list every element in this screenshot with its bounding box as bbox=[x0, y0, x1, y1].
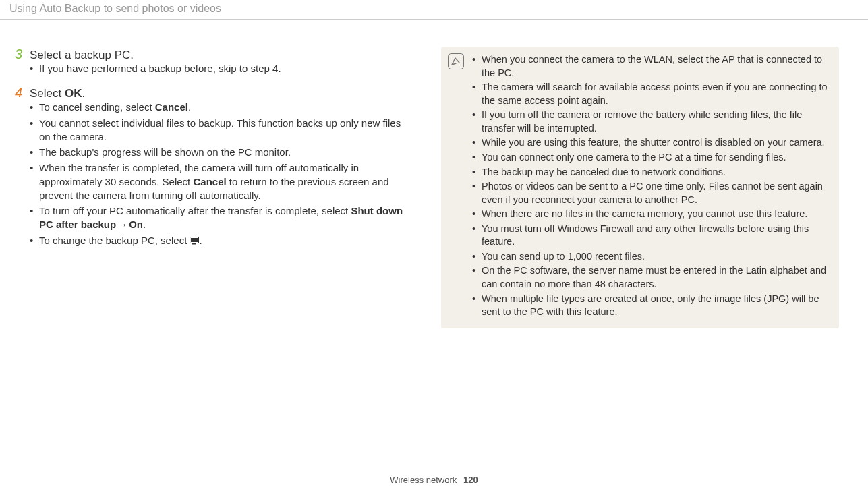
item-bold: Cancel bbox=[193, 176, 226, 187]
footer-section: Wireless network bbox=[390, 475, 457, 485]
note-item: When multiple file types are created at … bbox=[472, 293, 830, 319]
step-4: 4 Select OK. To cancel sending, select C… bbox=[15, 85, 413, 248]
step-3-row: 3 Select a backup PC. bbox=[15, 47, 413, 62]
item-text: If you have performed a backup before, s… bbox=[39, 63, 281, 74]
list-item: You cannot select individual files to ba… bbox=[30, 117, 413, 144]
note-text: You can send up to 1,000 recent files. bbox=[482, 251, 645, 262]
item-post: . bbox=[143, 219, 146, 230]
note-text: The camera will search for available acc… bbox=[482, 82, 828, 106]
step-4-head-pre: Select bbox=[30, 87, 65, 100]
note-box: When you connect the camera to the WLAN,… bbox=[441, 47, 839, 328]
list-item: The backup's progress will be shown on t… bbox=[30, 146, 413, 159]
step-4-head-post: . bbox=[82, 87, 85, 100]
page-footer: Wireless network 120 bbox=[0, 475, 868, 485]
page-header: Using Auto Backup to send photos or vide… bbox=[0, 0, 868, 20]
step-3-list: If you have performed a backup before, s… bbox=[15, 62, 413, 76]
note-text: When there are no files in the camera me… bbox=[482, 208, 807, 219]
step-3-heading: Select a backup PC. bbox=[30, 49, 134, 62]
note-text: Photos or videos can be sent to a PC one… bbox=[482, 181, 823, 205]
note-item: Photos or videos can be sent to a PC one… bbox=[472, 180, 830, 206]
step-4-list: To cancel sending, select Cancel. You ca… bbox=[15, 100, 413, 248]
item-post: . bbox=[199, 235, 202, 246]
item-pre: To change the backup PC, select bbox=[39, 235, 190, 246]
note-item: When you connect the camera to the WLAN,… bbox=[472, 53, 830, 80]
note-list: When you connect the camera to the WLAN,… bbox=[472, 53, 830, 319]
note-text: On the PC software, the server name must… bbox=[482, 265, 826, 289]
note-item: You must turn off Windows Firewall and a… bbox=[472, 223, 830, 249]
note-item: If you turn off the camera or remove the… bbox=[472, 109, 830, 135]
item-text: The backup's progress will be shown on t… bbox=[39, 146, 291, 158]
note-icon bbox=[448, 53, 464, 69]
arrow-icon: → bbox=[116, 218, 129, 231]
note-item: While you are using this feature, the sh… bbox=[472, 136, 830, 150]
item-text: You cannot select individual files to ba… bbox=[39, 117, 401, 142]
right-column: When you connect the camera to the WLAN,… bbox=[441, 47, 839, 328]
note-text: When multiple file types are created at … bbox=[482, 293, 819, 318]
note-text: You must turn off Windows Firewall and a… bbox=[482, 223, 809, 248]
footer-page-number: 120 bbox=[463, 475, 478, 485]
list-item: If you have performed a backup before, s… bbox=[30, 62, 413, 76]
header-title: Using Auto Backup to send photos or vide… bbox=[9, 3, 221, 14]
note-text: While you are using this feature, the sh… bbox=[482, 137, 825, 148]
step-4-row: 4 Select OK. bbox=[15, 85, 413, 100]
item-bold2: On bbox=[129, 219, 143, 230]
step-4-heading: Select OK. bbox=[30, 87, 85, 100]
note-text: When you connect the camera to the WLAN,… bbox=[482, 54, 822, 78]
step-3-number: 3 bbox=[15, 47, 30, 62]
step-4-number: 4 bbox=[15, 85, 30, 100]
pc-change-icon bbox=[190, 237, 199, 245]
step-4-head-bold: OK bbox=[65, 87, 82, 100]
note-item: On the PC software, the server name must… bbox=[472, 264, 830, 291]
list-item: To turn off your PC automatically after … bbox=[30, 204, 413, 232]
step-3: 3 Select a backup PC. If you have perfor… bbox=[15, 47, 413, 76]
list-item: When the transfer is completed, the came… bbox=[30, 161, 413, 202]
note-text: The backup may be canceled due to networ… bbox=[482, 167, 726, 177]
note-item: You can send up to 1,000 recent files. bbox=[472, 250, 830, 264]
note-item: The camera will search for available acc… bbox=[472, 81, 830, 107]
content-area: 3 Select a backup PC. If you have perfor… bbox=[0, 20, 868, 328]
list-item: To cancel sending, select Cancel. bbox=[30, 100, 413, 114]
note-item: The backup may be canceled due to networ… bbox=[472, 166, 830, 179]
note-text: If you turn off the camera or remove the… bbox=[482, 109, 802, 134]
item-pre: To cancel sending, select bbox=[39, 101, 155, 113]
svg-rect-1 bbox=[191, 238, 198, 242]
note-item: You can connect only one camera to the P… bbox=[472, 151, 830, 165]
note-item: When there are no files in the camera me… bbox=[472, 208, 830, 221]
left-column: 3 Select a backup PC. If you have perfor… bbox=[15, 47, 413, 328]
svg-rect-2 bbox=[192, 243, 196, 245]
note-text: You can connect only one camera to the P… bbox=[482, 152, 786, 163]
item-bold: Cancel bbox=[155, 101, 188, 113]
list-item: To change the backup PC, select . bbox=[30, 234, 413, 248]
item-pre: To turn off your PC automatically after … bbox=[39, 205, 351, 216]
item-post: . bbox=[188, 101, 191, 113]
